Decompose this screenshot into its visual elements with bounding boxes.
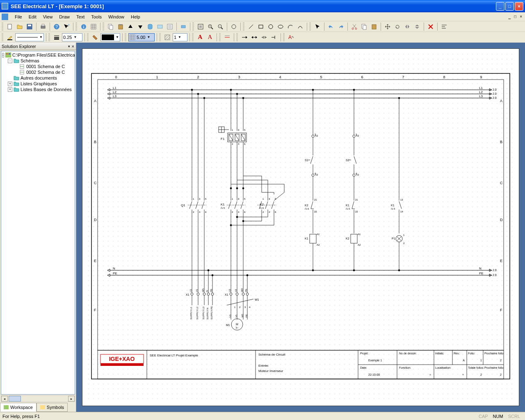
- text-edit-button[interactable]: A✎: [287, 33, 296, 42]
- pin-icon[interactable]: ▾: [68, 44, 70, 48]
- tree-node[interactable]: 0002 Schema de C: [2, 69, 74, 75]
- paste-button[interactable]: [116, 22, 125, 31]
- line-tool[interactable]: [247, 22, 256, 31]
- hatch-combo[interactable]: 1▼: [173, 33, 187, 41]
- ellipse-tool[interactable]: [276, 22, 285, 31]
- db-button[interactable]: [146, 22, 155, 31]
- select-tool[interactable]: [313, 22, 322, 31]
- tree-node[interactable]: Autres documents: [2, 75, 74, 81]
- text-bold-button[interactable]: A: [196, 33, 205, 42]
- toolbar-grip[interactable]: [75, 23, 77, 31]
- up-button[interactable]: [126, 22, 135, 31]
- tree-node[interactable]: +Listes Bases de Données: [2, 87, 74, 92]
- scroll-left-button[interactable]: ◂: [1, 396, 8, 402]
- cut-button[interactable]: [350, 22, 359, 31]
- menu-draw[interactable]: Draw: [56, 14, 73, 20]
- tab-symbols[interactable]: Symbols: [37, 403, 68, 412]
- conn-both-button[interactable]: [250, 33, 259, 42]
- project-tree[interactable]: - C:\Program Files\SEE Electrical -Schém…: [1, 51, 75, 395]
- toolbar-grip[interactable]: [236, 33, 238, 41]
- zoom-in-button[interactable]: +: [206, 22, 215, 31]
- arc-tool[interactable]: [286, 22, 295, 31]
- drawing-page[interactable]: 0 1 2 3 4 5 6 7 8 9 AA BB CC DD E: [82, 48, 519, 406]
- toolbar-grip[interactable]: [2, 33, 3, 41]
- minimize-button[interactable]: _: [496, 2, 504, 11]
- toolbar-grip[interactable]: [159, 33, 161, 41]
- symbol-button[interactable]: [155, 22, 164, 31]
- conn-right-button[interactable]: [240, 33, 249, 42]
- mdi-close[interactable]: ×: [518, 14, 523, 19]
- pen-color-button[interactable]: [5, 33, 14, 42]
- save-button[interactable]: [25, 22, 34, 31]
- toolbar-grip[interactable]: [103, 23, 104, 31]
- zoom-fit-button[interactable]: [196, 22, 205, 31]
- zoom-prev-button[interactable]: [229, 22, 238, 31]
- schematic-drawing[interactable]: 0 1 2 3 4 5 6 7 8 9 AA BB CC DD E: [82, 49, 519, 406]
- tree-root[interactable]: - C:\Program Files\SEE Electrical: [2, 52, 74, 58]
- toolbar-grip[interactable]: [219, 33, 221, 41]
- help-about-button[interactable]: ?: [52, 22, 61, 31]
- paste2-button[interactable]: [370, 22, 379, 31]
- close-button[interactable]: ×: [515, 2, 523, 11]
- mirror-v-button[interactable]: [413, 22, 422, 31]
- redo-button[interactable]: [336, 22, 345, 31]
- list-button[interactable]: [165, 22, 174, 31]
- scroll-right-button[interactable]: ▸: [68, 396, 75, 402]
- conn-end-button[interactable]: [269, 33, 278, 42]
- scroll-thumb[interactable]: [9, 396, 21, 402]
- menu-file[interactable]: File: [11, 14, 25, 20]
- rotate-button[interactable]: [393, 22, 402, 31]
- context-help-button[interactable]: ?: [62, 22, 71, 31]
- menu-window[interactable]: Window: [105, 14, 128, 20]
- component-button[interactable]: [179, 22, 188, 31]
- copy2-button[interactable]: [360, 22, 369, 31]
- new-button[interactable]: [5, 22, 14, 31]
- delete-button[interactable]: [426, 22, 435, 31]
- conn-break-button[interactable]: [260, 33, 269, 42]
- maximize-button[interactable]: □: [505, 2, 514, 11]
- mirror-h-button[interactable]: [403, 22, 412, 31]
- tree-node[interactable]: -Schémas: [2, 58, 74, 64]
- grid-combo[interactable]: 5.00▼: [128, 33, 155, 41]
- menu-edit[interactable]: Edit: [25, 14, 40, 20]
- tab-workspace[interactable]: Workspace: [0, 403, 37, 412]
- tree-node[interactable]: +Listes Graphiques: [2, 81, 74, 87]
- toolbar-grip[interactable]: [192, 23, 194, 31]
- toolbar-grip[interactable]: [283, 33, 285, 41]
- tree-node[interactable]: 0001 Schema de C: [2, 64, 74, 69]
- toolbar-grip[interactable]: [125, 33, 126, 41]
- lineweight-combo[interactable]: 0.25▼: [62, 33, 82, 41]
- toolbar-grip[interactable]: [309, 23, 311, 31]
- fill-color-combo[interactable]: ▼: [100, 33, 120, 41]
- move-button[interactable]: [383, 22, 392, 31]
- rect-tool[interactable]: [256, 22, 265, 31]
- info-button[interactable]: i: [79, 22, 88, 31]
- toolbar-grip[interactable]: [48, 33, 50, 41]
- menu-tools[interactable]: Tools: [88, 14, 105, 20]
- toolbar-grip[interactable]: [2, 23, 3, 31]
- menu-view[interactable]: View: [40, 14, 56, 20]
- grid-button[interactable]: [89, 22, 98, 31]
- print-button[interactable]: [39, 22, 48, 31]
- mdi-minimize[interactable]: ‗: [507, 14, 512, 19]
- curve-tool[interactable]: [296, 22, 305, 31]
- text-normal-button[interactable]: A: [205, 33, 215, 42]
- explorer-hscrollbar[interactable]: ◂ ▸: [1, 395, 75, 402]
- open-button[interactable]: [15, 22, 24, 31]
- toolbar-grip[interactable]: [192, 33, 194, 41]
- pen-style-combo[interactable]: ▼: [15, 33, 44, 41]
- toolbar-grip[interactable]: [243, 23, 244, 31]
- wire-h-button[interactable]: [223, 33, 232, 42]
- down-button[interactable]: [136, 22, 145, 31]
- mdi-restore[interactable]: □: [513, 14, 518, 19]
- zoom-out-button[interactable]: -: [216, 22, 225, 31]
- circle-tool[interactable]: [266, 22, 275, 31]
- menu-help[interactable]: Help: [128, 14, 144, 20]
- align-button[interactable]: [440, 22, 449, 31]
- close-panel-icon[interactable]: ×: [72, 44, 74, 49]
- undo-button[interactable]: [326, 22, 336, 31]
- toolbar-grip[interactable]: [87, 33, 89, 41]
- copy-button[interactable]: [106, 22, 115, 31]
- drawing-canvas-area[interactable]: 0 1 2 3 4 5 6 7 8 9 AA BB CC DD E: [76, 43, 525, 412]
- menu-text[interactable]: Text: [73, 14, 88, 20]
